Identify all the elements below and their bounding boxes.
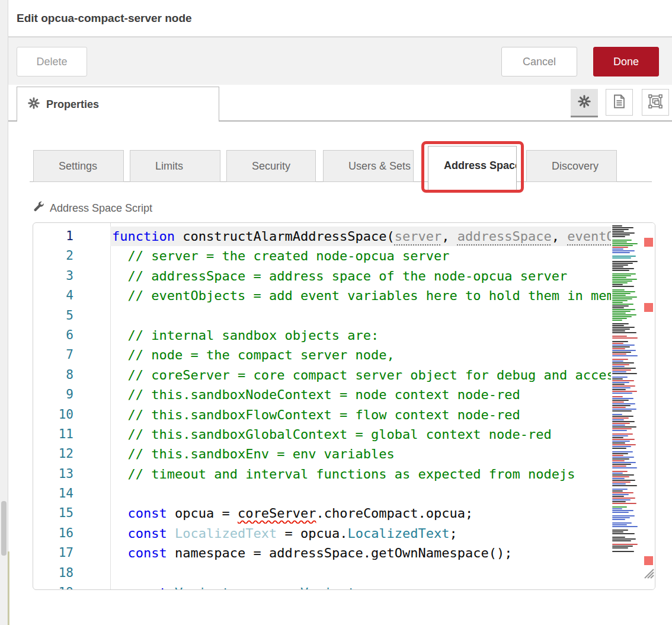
done-button[interactable]: Done [593,47,659,76]
edit-properties-button[interactable] [571,89,598,116]
error-marker[interactable] [644,556,653,565]
appearance-icon [648,94,663,111]
resize-grip[interactable] [642,567,654,579]
code-text: function constructAlarmAddressSpace(serv… [110,227,613,246]
node-appearance-button[interactable] [642,89,669,116]
cancel-button[interactable]: Cancel [501,47,577,76]
code-line[interactable]: 18 [33,563,655,583]
wrench-icon [33,200,45,216]
section-label: Address Space Script [33,200,152,216]
tab-limits[interactable]: Limits [130,150,220,182]
code-text: const namespace = addressSpace.getOwnNam… [110,543,613,563]
tab-security[interactable]: Security [226,150,316,182]
error-marker[interactable] [644,303,653,312]
page-scrollbar[interactable] [0,0,8,625]
tab-label: Discovery [527,160,599,173]
line-number: 1 [33,227,110,246]
code-line[interactable]: 13 // timeout and interval functions as … [33,464,655,484]
tab-label: Security [227,160,290,173]
active-icon-underline [571,116,598,117]
error-marker[interactable] [644,238,653,247]
code-line[interactable]: 3 // addressSpace = address space of the… [33,266,655,286]
edit-description-button[interactable] [606,89,633,116]
line-number: 18 [33,563,110,583]
tab-settings[interactable]: Settings [33,150,124,182]
tab-address-space[interactable]: Address Space [428,146,517,191]
code-line[interactable]: 17 const namespace = addressSpace.getOwn… [33,543,655,563]
line-number: 12 [33,444,110,464]
line-number: 11 [33,425,110,444]
line-number: 14 [33,484,110,503]
line-number: 10 [33,405,110,425]
code-text: const LocalizedText = opcua.LocalizedTex… [110,524,613,543]
properties-header-row: Properties [8,85,672,122]
code-line[interactable]: 11 // this.sandboxGlobalContext = global… [33,425,655,444]
code-text: // this.sandboxNodeContext = node contex… [110,385,613,404]
gear-icon [28,97,40,111]
dialog-header: Edit opcua-compact-server node [8,0,672,37]
gear-icon [578,95,591,110]
code-text: // node = the compact server node, [110,345,613,365]
tab-label: Settings [34,160,97,173]
line-number: 15 [33,503,110,523]
code-line[interactable]: 7 // node = the compact server node, [33,345,655,365]
line-number: 7 [33,345,110,365]
code-text: // internal sandbox objects are: [110,326,613,345]
code-text: // coreServer = core compact server obje… [110,365,613,385]
code-text: // this.sandboxEnv = env variables [110,444,613,464]
code-line[interactable]: 16 const LocalizedText = opcua.Localized… [33,524,655,543]
code-line[interactable]: 8 // coreServer = core compact server ob… [33,365,655,385]
code-line[interactable]: 6 // internal sandbox objects are: [33,326,655,345]
code-line[interactable]: 10 // this.sandboxFlowContext = flow con… [33,405,655,425]
line-number: 19 [33,583,110,590]
code-line[interactable]: 14 [33,484,655,503]
code-text: // this.sandboxGlobalContext = global co… [110,425,613,444]
code-text: // timeout and interval functions as exp… [110,464,613,484]
background-edge [8,551,9,625]
code-text: // this.sandboxFlowContext = flow contex… [110,405,613,425]
section-label-text: Address Space Script [50,202,152,215]
code-editor[interactable]: 1function constructAlarmAddressSpace(ser… [33,222,655,590]
code-line[interactable]: 19 const Variant = opcua.Variant; [33,583,655,590]
code-line[interactable]: 5 [33,306,655,326]
doc-icon [613,94,626,111]
tab-properties[interactable]: Properties [17,87,219,122]
code-line[interactable]: 15 const opcua = coreServer.choreCompact… [33,503,655,523]
code-line[interactable]: 4 // eventObjects = add event variables … [33,286,655,305]
tab-users-sets[interactable]: Users & Sets [323,150,414,182]
line-number: 17 [33,543,110,563]
line-number: 13 [33,464,110,484]
line-number: 8 [33,365,110,385]
properties-tab-label: Properties [46,98,99,111]
line-number: 9 [33,385,110,404]
line-number: 6 [33,326,110,345]
code-text: const opcua = coreServer.choreCompact.op… [110,503,613,523]
tab-discovery[interactable]: Discovery [526,150,617,182]
code-text: // addressSpace = address space of the n… [110,266,613,286]
dialog-title: Edit opcua-compact-server node [17,0,192,36]
delete-button[interactable]: Delete [17,47,87,76]
overview-ruler [641,223,655,589]
code-line[interactable]: 1function constructAlarmAddressSpace(ser… [33,227,655,246]
page-scrollbar-thumb[interactable] [1,501,7,556]
tab-label: Limits [130,160,183,173]
minimap[interactable] [611,225,641,555]
code-line[interactable]: 9 // this.sandboxNodeContext = node cont… [33,385,655,404]
code-line[interactable]: 12 // this.sandboxEnv = env variables [33,444,655,464]
line-number: 2 [33,246,110,266]
code-text: // eventObjects = add event variables he… [110,286,613,305]
code-text: // server = the created node-opcua serve… [110,246,613,266]
dialog-toolbar: Delete Cancel Done [8,37,672,86]
code-lines: 1function constructAlarmAddressSpace(ser… [33,227,655,590]
line-number: 5 [33,306,110,326]
line-number: 16 [33,524,110,543]
tab-label: Address Space [428,146,517,172]
tab-label: Users & Sets [324,160,411,173]
code-line[interactable]: 2 // server = the created node-opcua ser… [33,246,655,266]
line-number: 4 [33,286,110,305]
line-number: 3 [33,266,110,286]
edit-node-dialog: Edit opcua-compact-server node Delete Ca… [0,0,672,625]
code-text: const Variant = opcua.Variant; [110,583,613,590]
